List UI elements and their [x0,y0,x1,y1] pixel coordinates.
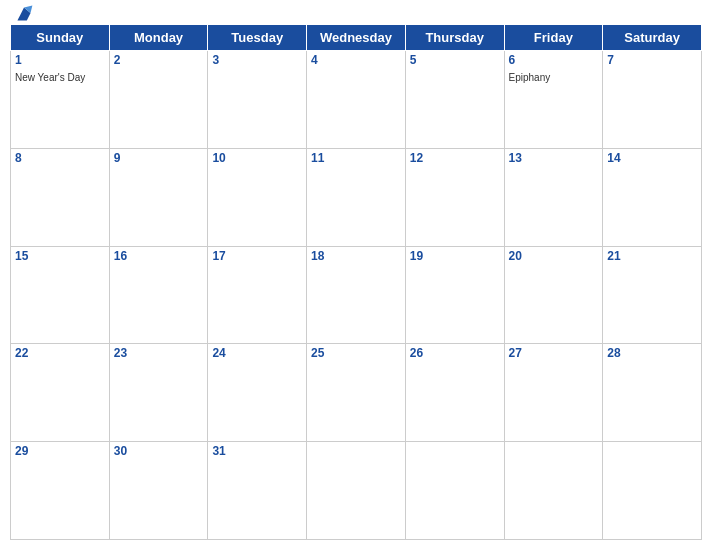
calendar-cell [405,442,504,540]
calendar-cell: 19 [405,246,504,344]
calendar-cell: 18 [307,246,406,344]
weekday-header-saturday: Saturday [603,25,702,51]
day-number: 31 [212,444,302,458]
calendar-cell: 11 [307,148,406,246]
day-number: 13 [509,151,599,165]
calendar-cell: 2 [109,51,208,149]
day-number: 1 [15,53,105,67]
day-number: 16 [114,249,204,263]
calendar-cell: 29 [11,442,110,540]
day-number: 10 [212,151,302,165]
weekday-header-monday: Monday [109,25,208,51]
day-number: 15 [15,249,105,263]
calendar-cell: 5 [405,51,504,149]
calendar-cell: 31 [208,442,307,540]
weekday-header-sunday: Sunday [11,25,110,51]
weekday-header-wednesday: Wednesday [307,25,406,51]
calendar-cell: 3 [208,51,307,149]
week-row-2: 891011121314 [11,148,702,246]
week-row-5: 293031 [11,442,702,540]
calendar-cell: 12 [405,148,504,246]
calendar-header [10,10,702,18]
calendar-cell: 20 [504,246,603,344]
calendar-cell: 30 [109,442,208,540]
calendar-cell [307,442,406,540]
day-number: 27 [509,346,599,360]
calendar-cell: 7 [603,51,702,149]
week-row-1: 1New Year's Day23456Epiphany7 [11,51,702,149]
calendar-cell: 1New Year's Day [11,51,110,149]
weekday-header-friday: Friday [504,25,603,51]
calendar-cell: 24 [208,344,307,442]
day-number: 8 [15,151,105,165]
week-row-3: 15161718192021 [11,246,702,344]
calendar-cell: 23 [109,344,208,442]
day-number: 11 [311,151,401,165]
calendar-cell: 16 [109,246,208,344]
calendar-cell: 6Epiphany [504,51,603,149]
calendar-cell: 25 [307,344,406,442]
day-number: 2 [114,53,204,67]
calendar-cell: 8 [11,148,110,246]
day-number: 18 [311,249,401,263]
day-number: 24 [212,346,302,360]
day-number: 4 [311,53,401,67]
day-number: 5 [410,53,500,67]
day-number: 3 [212,53,302,67]
calendar-cell: 22 [11,344,110,442]
calendar-table: SundayMondayTuesdayWednesdayThursdayFrid… [10,24,702,540]
day-event: New Year's Day [15,72,85,83]
calendar-cell: 14 [603,148,702,246]
day-number: 21 [607,249,697,263]
calendar-cell: 26 [405,344,504,442]
day-number: 17 [212,249,302,263]
calendar-cell: 21 [603,246,702,344]
day-number: 14 [607,151,697,165]
calendar-cell: 17 [208,246,307,344]
calendar-cell: 10 [208,148,307,246]
weekday-header-thursday: Thursday [405,25,504,51]
logo [10,0,42,28]
day-number: 7 [607,53,697,67]
day-number: 12 [410,151,500,165]
calendar-cell: 28 [603,344,702,442]
day-number: 30 [114,444,204,458]
weekday-header-row: SundayMondayTuesdayWednesdayThursdayFrid… [11,25,702,51]
calendar-cell: 27 [504,344,603,442]
day-number: 28 [607,346,697,360]
week-row-4: 22232425262728 [11,344,702,442]
day-number: 20 [509,249,599,263]
calendar-cell [504,442,603,540]
weekday-header-tuesday: Tuesday [208,25,307,51]
day-event: Epiphany [509,72,551,83]
day-number: 6 [509,53,599,67]
day-number: 9 [114,151,204,165]
calendar-cell [603,442,702,540]
day-number: 23 [114,346,204,360]
day-number: 25 [311,346,401,360]
day-number: 26 [410,346,500,360]
calendar-cell: 13 [504,148,603,246]
calendar-cell: 9 [109,148,208,246]
day-number: 19 [410,249,500,263]
calendar-cell: 4 [307,51,406,149]
day-number: 29 [15,444,105,458]
day-number: 22 [15,346,105,360]
calendar-cell: 15 [11,246,110,344]
